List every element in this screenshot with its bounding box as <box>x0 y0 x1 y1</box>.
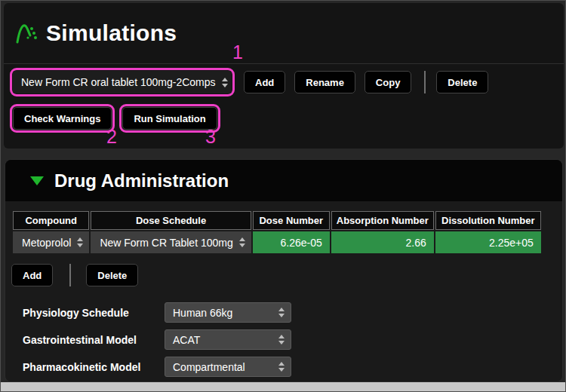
table-header-row: Compound Dose Schedule Dose Number Absor… <box>13 211 541 230</box>
simulations-panel: Simulations New Form CR oral tablet 100m… <box>4 3 564 149</box>
annotation-number-2: 2 <box>106 126 117 148</box>
column-header-absorption-number: Absorption Number <box>331 211 434 230</box>
simulation-select[interactable]: New Form CR oral tablet 100mg-2Comps <box>13 71 232 93</box>
section-title: Drug Administration <box>54 170 229 191</box>
up-down-arrows-icon <box>77 237 83 247</box>
annotation-highlight-1: New Form CR oral tablet 100mg-2Comps <box>10 68 235 96</box>
pharmacokinetic-model-label: Pharmacokinetic Model <box>23 361 165 373</box>
pk-curve-icon <box>14 21 38 45</box>
run-simulation-button[interactable]: Run Simulation <box>122 107 217 130</box>
simulation-toolbar: New Form CR oral tablet 100mg-2Comps Add… <box>10 68 488 96</box>
check-warnings-button[interactable]: Check Warnings <box>13 107 112 130</box>
drug-administration-panel: Drug Administration Compound Dose Schedu… <box>5 159 563 382</box>
page-title: Simulations <box>46 20 177 46</box>
actions-divider <box>69 264 71 286</box>
column-header-dissolution-number: Dissolution Number <box>435 211 541 230</box>
gastrointestinal-model-label: Gastrointestinal Model <box>23 334 165 346</box>
delete-row-button[interactable]: Delete <box>86 264 138 286</box>
up-down-arrows-icon <box>239 237 245 247</box>
compound-select-value: Metoprolol <box>22 237 71 249</box>
dose-table: Compound Dose Schedule Dose Number Absor… <box>11 210 543 255</box>
annotation-highlight-2: Check Warnings <box>10 104 115 133</box>
horizontal-scrollbar[interactable] <box>1 382 565 391</box>
table-row: Metoprolol New Form CR Tablet 100mg 6.26… <box>13 231 541 253</box>
up-down-arrows-icon <box>278 308 285 317</box>
toolbar-divider <box>424 71 426 93</box>
annotation-number-1: 1 <box>232 41 243 63</box>
column-header-dose-schedule: Dose Schedule <box>91 211 251 230</box>
column-header-compound: Compound <box>13 211 89 230</box>
dose-number-cell: 6.26e-05 <box>253 231 330 253</box>
physiology-schedule-label: Physiology Schedule <box>23 307 165 319</box>
table-actions: Add Delete <box>11 264 562 286</box>
annotation-number-3: 3 <box>205 126 216 148</box>
simulation-select-value: New Form CR oral tablet 100mg-2Comps <box>21 76 216 88</box>
pharmacokinetic-model-select[interactable]: Compartmental <box>165 357 291 377</box>
app-window: Simulations New Form CR oral tablet 100m… <box>0 0 566 392</box>
add-row-button[interactable]: Add <box>11 264 53 286</box>
copy-simulation-button[interactable]: Copy <box>365 71 412 93</box>
rename-simulation-button[interactable]: Rename <box>294 71 355 93</box>
gastrointestinal-model-value: ACAT <box>173 334 200 346</box>
delete-simulation-button[interactable]: Delete <box>436 71 488 93</box>
dissolution-number-cell: 2.25e+05 <box>435 231 541 253</box>
drug-administration-header[interactable]: Drug Administration <box>5 160 562 201</box>
add-simulation-button[interactable]: Add <box>244 71 285 93</box>
dose-schedule-select[interactable]: New Form CR Tablet 100mg <box>91 231 251 253</box>
dose-schedule-select-value: New Form CR Tablet 100mg <box>100 237 232 249</box>
absorption-number-cell: 2.66 <box>331 231 434 253</box>
pharmacokinetic-model-value: Compartmental <box>173 361 245 373</box>
column-header-dose-number: Dose Number <box>253 211 330 230</box>
up-down-arrows-icon <box>278 362 285 372</box>
physiology-schedule-row: Physiology Schedule Human 66kg <box>23 302 562 323</box>
collapse-triangle-icon[interactable] <box>30 176 44 185</box>
model-settings: Physiology Schedule Human 66kg Gastroint… <box>23 302 562 377</box>
up-down-arrows-icon <box>222 78 228 87</box>
app-header: Simulations <box>4 3 564 64</box>
gastrointestinal-model-row: Gastrointestinal Model ACAT <box>23 329 562 350</box>
pharmacokinetic-model-row: Pharmacokinetic Model Compartmental <box>23 357 562 377</box>
compound-select[interactable]: Metoprolol <box>13 231 89 253</box>
up-down-arrows-icon <box>278 335 285 345</box>
gastrointestinal-model-select[interactable]: ACAT <box>165 329 291 350</box>
physiology-schedule-select[interactable]: Human 66kg <box>165 302 291 323</box>
physiology-schedule-value: Human 66kg <box>173 307 232 319</box>
